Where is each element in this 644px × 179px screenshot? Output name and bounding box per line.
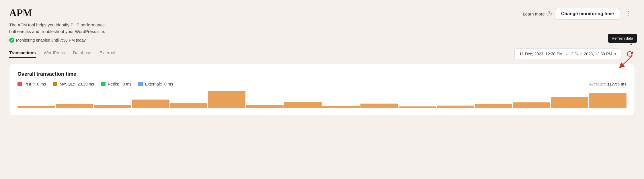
chart-bar: [589, 93, 627, 108]
php-value: 0 ms: [37, 82, 46, 86]
tab-list: Transactions WordPress Database External: [9, 50, 115, 58]
chevron-down-icon: ▾: [614, 52, 616, 56]
check-icon: ✓: [9, 38, 14, 43]
average-value: 117.55 ms: [607, 82, 627, 86]
learn-more-label: Learn more: [523, 11, 545, 16]
chart-bar: [551, 97, 588, 108]
tab-wordpress[interactable]: WordPress: [44, 50, 65, 58]
metric-redis: Redis:: 0 ms: [101, 82, 131, 86]
page-header: APM Learn more ? Change monitoring time …: [9, 7, 635, 20]
refresh-button[interactable]: [625, 49, 635, 59]
help-icon: ?: [547, 11, 552, 16]
mysql-label: MySQL::: [60, 82, 75, 86]
header-actions: Learn more ? Change monitoring time ⋮: [523, 8, 635, 20]
chart-bar: [475, 104, 512, 108]
card-title: Overall transaction time: [17, 71, 627, 77]
chart-bar: [56, 104, 93, 108]
metric-mysql: MySQL:: 23.29 ms: [53, 82, 94, 86]
average-label: Average::: [589, 82, 606, 86]
date-range-selector[interactable]: 11 Dec, 2023, 12:30 PM → 12 Dec, 2023, 1…: [514, 48, 621, 59]
app-title: APM: [9, 7, 32, 19]
chart-bar: [208, 91, 245, 108]
redis-color-indicator: [101, 82, 106, 86]
chart-bar: [437, 106, 474, 108]
average-display: Average:: 117.55 ms: [589, 82, 627, 86]
php-label: PHP::: [24, 82, 35, 86]
external-label: External::: [145, 82, 162, 86]
mysql-color-indicator: [53, 82, 57, 86]
learn-more-link[interactable]: Learn more ?: [523, 11, 552, 16]
chart-bar: [360, 104, 398, 108]
chart-bar: [513, 102, 550, 108]
metrics-list: PHP:: 0 ms MySQL:: 23.29 ms Redis:: 0 ms…: [17, 82, 173, 86]
more-options-button[interactable]: ⋮: [623, 9, 635, 18]
metrics-row: PHP:: 0 ms MySQL:: 23.29 ms Redis:: 0 ms…: [17, 82, 627, 86]
monitoring-status-text: Monitoring enabled until 7:38 PM today: [16, 38, 86, 42]
chart-bar: [94, 105, 131, 108]
external-value: 0 ms: [164, 82, 173, 86]
chart-bar: [322, 106, 360, 108]
chart-bar: [399, 106, 436, 108]
external-color-indicator: [138, 82, 143, 86]
metric-php: PHP:: 0 ms: [17, 82, 46, 86]
tabs-and-date-row: Transactions WordPress Database External…: [9, 48, 635, 59]
chart-bar: [132, 100, 169, 108]
transaction-card: Overall transaction time PHP:: 0 ms MySQ…: [9, 64, 635, 115]
monitoring-status: ✓ Monitoring enabled until 7:38 PM today: [9, 38, 635, 43]
tab-database[interactable]: Database: [73, 50, 91, 58]
change-monitoring-button[interactable]: Change monitoring time: [555, 8, 620, 20]
chart-bar-area: [17, 91, 627, 108]
refresh-button-wrapper: Refresh data: [625, 49, 635, 59]
tab-transactions[interactable]: Transactions: [9, 50, 36, 58]
mysql-value: 23.29 ms: [77, 82, 94, 86]
php-color-indicator: [17, 82, 22, 86]
metric-external: External:: 0 ms: [138, 82, 173, 86]
refresh-icon: [627, 51, 633, 57]
redis-value: 0 ms: [123, 82, 131, 86]
chart-bar: [284, 102, 322, 108]
app-description: The APM tool helps you identify PHP perf…: [9, 22, 147, 35]
chart-bar: [246, 105, 284, 108]
date-range-value: 11 Dec, 2023, 12:30 PM → 12 Dec, 2023, 1…: [519, 52, 612, 56]
chart-bar: [17, 106, 55, 108]
chart-bar: [170, 103, 208, 108]
tab-external[interactable]: External: [99, 50, 115, 58]
redis-label: Redis::: [108, 82, 120, 86]
date-range-row: 11 Dec, 2023, 12:30 PM → 12 Dec, 2023, 1…: [514, 48, 635, 59]
